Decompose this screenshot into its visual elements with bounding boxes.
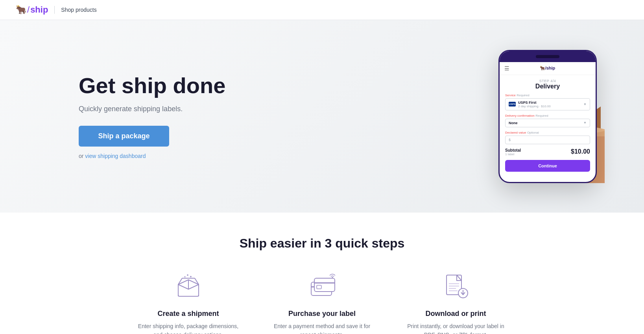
logo-animal-icon: 🐂 xyxy=(16,5,26,15)
phone-notch xyxy=(500,51,596,62)
phone-subtotal-label: Subtotal xyxy=(505,148,521,152)
delivery-chevron-icon: ▼ xyxy=(583,121,587,125)
box-open-icon xyxy=(174,272,203,300)
step-1-desc: Enter shipping info, package dimensions,… xyxy=(137,322,240,334)
phone-subtotal-amount: $10.00 xyxy=(571,148,590,155)
hero-link-row: or view shipping dashboard xyxy=(79,153,225,159)
step-2-icon-container xyxy=(306,270,338,302)
dollar-sign: $ xyxy=(509,138,511,142)
step-3-title: Download or print xyxy=(405,310,507,318)
ship-package-button[interactable]: Ship a package xyxy=(79,126,169,147)
header-divider xyxy=(54,6,55,14)
hero-title: Get ship done xyxy=(79,73,225,98)
phone-step-title: Delivery xyxy=(505,83,590,90)
step-download-print: Download or print Print instantly, or do… xyxy=(405,270,507,334)
shop-products-link[interactable]: Shop products xyxy=(61,7,96,13)
delivery-value: None xyxy=(509,121,518,125)
step-purchase-label: Purchase your label Enter a payment meth… xyxy=(271,270,373,334)
steps-title: Ship easier in 3 quick steps xyxy=(16,236,628,251)
phone-step-label: STEP 4/4 xyxy=(505,79,590,83)
phone-menu-icon: ☰ xyxy=(504,65,509,72)
step-1-icon-container xyxy=(173,270,204,302)
download-doc-icon xyxy=(442,272,470,300)
hero-section: Get ship done Quickly generate shipping … xyxy=(0,20,644,213)
phone-delivery-select[interactable]: None ▼ xyxy=(505,119,590,127)
logo: 🐂/ship xyxy=(16,5,48,15)
svg-rect-34 xyxy=(314,278,335,292)
hero-visual: ☰ 🐂/ship STEP 4/4 Delivery Service Requi… xyxy=(498,50,597,183)
svg-point-37 xyxy=(332,277,333,278)
shipping-dashboard-link[interactable]: view shipping dashboard xyxy=(85,153,146,159)
hero-link-prefix: or xyxy=(79,153,85,159)
usps-icon: USPS xyxy=(509,102,516,106)
step-2-title: Purchase your label xyxy=(271,310,373,318)
step-3-desc: Print instantly, or download your label … xyxy=(405,322,507,334)
step-1-title: Create a shipment xyxy=(137,310,240,318)
step-create-shipment: Create a shipment Enter shipping info, p… xyxy=(137,270,240,334)
phone-notch-bar xyxy=(536,55,559,58)
phone-continue-button[interactable]: Continue xyxy=(505,160,590,172)
service-value: USPS First xyxy=(518,101,551,105)
service-sub: 2 day shipping · $10.00 xyxy=(518,105,551,108)
credit-card-icon xyxy=(308,272,336,300)
logo-text: 🐂/ship xyxy=(16,5,48,15)
hero-subtitle: Quickly generate shipping labels. xyxy=(79,105,225,113)
phone-declared-input[interactable]: $ xyxy=(505,136,590,144)
hero-content: Get ship done Quickly generate shipping … xyxy=(79,73,225,159)
phone-subtotal-row: Subtotal 1 label $10.00 xyxy=(505,148,590,156)
phone-app-header: ☰ 🐂/ship xyxy=(500,62,596,75)
step-2-desc: Enter a payment method and save it for r… xyxy=(271,322,373,334)
phone-logo: 🐂/ship xyxy=(540,66,555,71)
service-chevron-icon: ▼ xyxy=(583,103,587,106)
phone-declared-label: Declared value Optional xyxy=(505,130,590,134)
phone-step-header: STEP 4/4 Delivery xyxy=(505,79,590,90)
header: 🐂/ship Shop products xyxy=(0,0,644,20)
phone-service-select[interactable]: USPS USPS First 2 day shipping · $10.00 … xyxy=(505,98,590,110)
phone-subtotal-sub: 1 label xyxy=(505,152,521,156)
phone-mockup: ☰ 🐂/ship STEP 4/4 Delivery Service Requi… xyxy=(498,50,597,183)
phone-delivery-label: Delivery confirmation Required xyxy=(505,114,590,117)
steps-grid: Create a shipment Enter shipping info, p… xyxy=(86,270,558,334)
step-3-icon-container xyxy=(440,270,472,302)
steps-section: Ship easier in 3 quick steps xyxy=(0,213,644,334)
phone-content: STEP 4/4 Delivery Service Required USPS … xyxy=(500,75,596,176)
phone-service-label: Service Required xyxy=(505,93,590,97)
